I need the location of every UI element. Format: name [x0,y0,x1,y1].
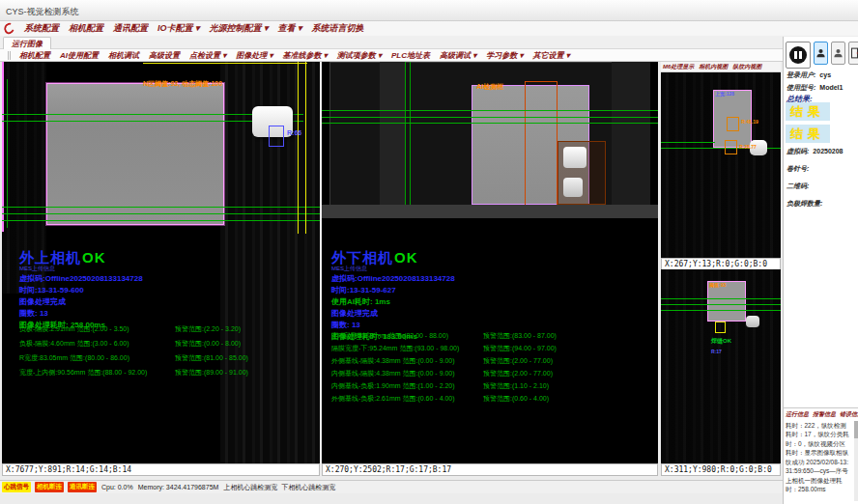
camera1-marker-text: R:66 [287,129,301,136]
overlay-orange-box [727,117,739,131]
preview-tab-bar: M6处理显示相机内视图纵纹内视图 [661,62,781,72]
toolbar-item[interactable]: AI使用配置 [60,50,99,61]
info-field: 虚拟码:20250208 [786,147,858,156]
log-tab[interactable]: 报警信息 [813,410,836,419]
overlay-green-hline [661,298,781,299]
camera1-measurements: 负极-隔膜:2.91mm 范围:(2.00 - 3.50) 预警范围:(2.20… [19,324,248,382]
toolbar-item[interactable]: 图像处理 ▾ [236,50,272,61]
menu-bar: 系统配置相机配置通讯配置IO卡配置 ▾光源控制配置 ▾查看 ▾系统语言切换 [0,21,858,36]
app-window: CYS-视觉检测系统 系统配置相机配置通讯配置IO卡配置 ▾光源控制配置 ▾查看… [0,0,858,504]
measurement-warning-range: 预警范围:(89.00 - 91.00) [175,368,248,382]
log-scrollbar[interactable] [854,421,858,501]
person-icon [833,46,844,60]
preview2-coordbar: X:311;Y:980;R:0;G:0;B:0 [661,463,781,476]
toolbar-grip [8,51,11,60]
toolbar-item[interactable]: 基准线参数 ▾ [283,50,328,61]
measurement-row: R宽度:83.05mm 范围:(80.00 - 86.00) 预警范围:(81.… [19,353,248,368]
measurement-row: 负极-隔膜:4.60mm 范围:(3.00 - 6.00) 预警范围:(0.00… [19,339,248,353]
camera1-threshold-text: N区阈值:93, 动态阈值:100 [143,79,222,89]
toolbar-item[interactable]: 点检设置 ▾ [189,50,226,61]
overlay-yellow-hline [143,63,307,64]
overlay-blue-box [269,126,284,147]
camera2-view[interactable]: AI检测框 外下相机OK MES上传信息 虚拟码:Offline20250208… [322,62,658,463]
camera2-weld-blob [563,147,586,168]
camera2-coordbar: X:270;Y:2502;R:17;G:17;B:17 [322,463,658,476]
toolbar-item[interactable]: 高级设置 [149,50,180,61]
heartbeat-item: 下相机心跳检测宽 [281,483,335,492]
measurement-warning-range: 预警范围:(0.00 - 8.00) [175,339,241,353]
toolbar-item[interactable]: PLC地址表 [391,50,430,61]
preview-tab[interactable]: 纵纹内视图 [732,63,761,71]
heartbeat-item: 上相机心跳检测宽 [223,483,277,492]
info-field: 二维码: [786,182,858,191]
measurement-value: R宽度:83.05mm 范围:(80.00 - 86.00) [19,353,175,368]
menu-item[interactable]: 系统语言切换 [312,22,364,35]
overlay-orange-box [525,81,558,207]
result-indicator: 结果 [786,102,830,121]
log-tabs: 运行信息报警信息错误信息 [786,410,857,419]
overlay-green-hline [661,304,781,305]
measurement-row: 内侧基线-隔膜:4.38mm 范围:(0.00 - 9.00) 预警范围:(2.… [331,369,557,381]
toolbar-item[interactable]: 学习参数 ▾ [486,50,523,61]
camera2-band [322,205,658,218]
measurement-row: 上R宽度:83.77mm 范围:(82.00 - 88.00) 预警范围:(83… [331,331,557,344]
menu-item[interactable]: 通讯配置 [113,22,148,35]
toolbar-item[interactable]: 相机配置 [19,50,50,61]
control-buttons [786,42,858,69]
log-tab[interactable]: 错误信息 [840,410,858,419]
preview1-box-label: R:48.19 [741,119,758,125]
overlay-yellow-vline [305,62,306,234]
measurement-warning-range: 预警范围:(0.60 - 4.00) [483,394,549,406]
toolbar-item[interactable]: 测试项参数 ▾ [337,50,382,61]
user-switch-button[interactable] [831,42,845,65]
camera1-done: 图像处理完成 [19,296,143,308]
camera1-time: 时间:13-31-59-600 [19,285,143,296]
preview1-view[interactable]: 上宽:128 R:48.19 R:28.77 [661,72,781,258]
window-title: CYS-视觉检测系统 [6,7,79,16]
memory-usage: Memory: 3424.41796875M [138,484,219,490]
camera2-time: 时间:13-31-59-627 [331,285,455,296]
result-indicators: 结果结果 [786,102,830,143]
login-user-value: cys [819,71,831,78]
measurement-row: 外侧基线-负极:2.61mm 范围:(0.60 - 4.00) 预警范围:(0.… [331,394,557,406]
overlay-green-hline [661,310,781,311]
preview2-view[interactable]: 阈值:93 焊缝OK R:17 [661,269,781,463]
measurement-warning-range: 预警范围:(2.00 - 77.00) [483,369,553,381]
menu-item[interactable]: 光源控制配置 ▾ [210,22,269,35]
preview2-green-label: 焊缝OK [711,337,731,346]
field-value: 20250208 [813,148,843,154]
toolbar-item[interactable]: 高级调试 ▾ [440,50,476,61]
overlay-green-vline [405,62,406,207]
measurement-warning-range: 预警范围:(83.00 - 87.00) [483,331,557,344]
menu-item[interactable]: IO卡配置 ▾ [157,22,200,35]
right-panel: 登录用户:cys 使用型号:Model1 总结果: 结果结果 虚拟码:20250… [783,37,858,504]
measurement-warning-range: 预警范围:(1.10 - 2.10) [483,381,549,394]
log-tab[interactable]: 运行信息 [786,410,809,419]
camera1-loops: 圈数: 13 [19,308,143,320]
camera2-done: 图像处理完成 [331,308,455,320]
pause-button[interactable] [786,42,811,69]
toolbar-item[interactable]: 其它设置 ▾ [533,50,570,61]
measurement-value: 负极-隔膜:2.91mm 范围:(2.00 - 3.50) [19,324,175,339]
menu-item[interactable]: 查看 ▾ [278,22,302,35]
log-scrollbar-thumb[interactable] [854,421,858,438]
preview-tab[interactable]: M6处理显示 [663,63,694,71]
overlay-green-hline [322,117,658,118]
menu-item[interactable]: 相机配置 [69,22,103,35]
camera2-status: OK [394,249,418,266]
user-login-button[interactable] [814,42,828,65]
camera1-view[interactable]: N区阈值:93, 动态阈值:100 R:66 外上相机OK MES上传信息 虚拟… [2,62,320,463]
heartbeat-status: 上相机心跳检测宽下相机心跳检测宽 [223,483,335,492]
preview-tab[interactable]: 相机内视图 [699,63,728,71]
measurement-value: 内侧基线-负极:1.90mm 范围:(1.00 - 2.20) [331,381,483,394]
menu-item[interactable]: 系统配置 [24,22,59,35]
preview1-box-label: R:28.77 [739,144,757,150]
overlay-orange-box [725,140,737,154]
exit-button[interactable] [848,42,858,65]
field-label: 二维码: [786,182,809,189]
camera2-measurements: 上R宽度:83.77mm 范围:(82.00 - 88.00) 预警范围:(83… [331,331,557,406]
model-value[interactable]: Model1 [819,84,843,91]
toolbar-item[interactable]: 相机调试 [108,50,139,61]
measurement-warning-range: 预警范围:(2.20 - 3.20) [175,324,241,339]
tab-running-image[interactable]: 运行图像 [3,37,51,49]
